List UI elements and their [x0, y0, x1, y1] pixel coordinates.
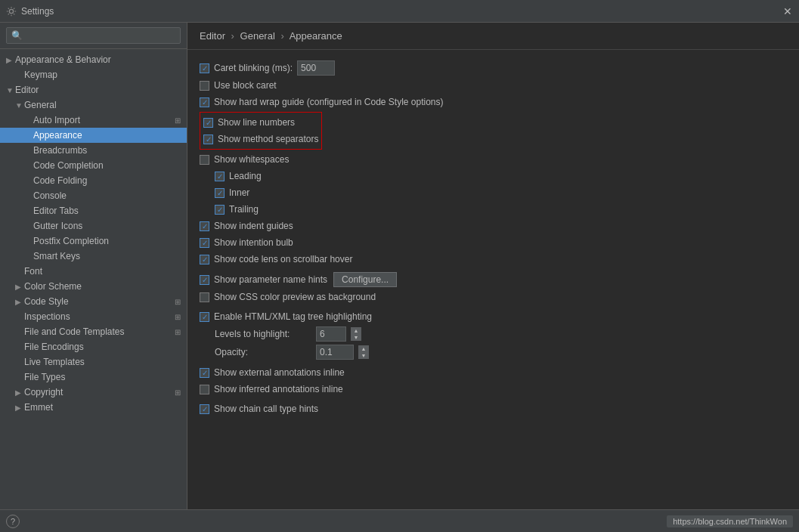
sidebar-item-general[interactable]: ▼ General — [0, 97, 187, 113]
show-hard-wrap-label[interactable]: Show hard wrap guide (configured in Code… — [200, 97, 444, 107]
caret-blinking-checkbox[interactable] — [200, 63, 209, 73]
sidebar-item-copyright[interactable]: ▶ Copyright⊞ — [0, 385, 187, 400]
show-css-color-label[interactable]: Show CSS color preview as background — [200, 292, 376, 302]
sidebar-label-code-style: Code Style — [24, 296, 172, 307]
show-css-color-checkbox[interactable] — [200, 292, 209, 302]
enable-html-xml-checkbox[interactable] — [200, 312, 209, 322]
show-line-numbers-checkbox[interactable] — [203, 118, 213, 128]
show-indent-guides-checkbox[interactable] — [200, 221, 209, 231]
sidebar-item-code-completion[interactable]: Code Completion — [0, 158, 187, 173]
sidebar-item-auto-import[interactable]: Auto Import⊞ — [0, 113, 187, 128]
levels-down-button[interactable]: ▼ — [351, 334, 361, 341]
sidebar-label-file-encodings: File Encodings — [24, 342, 181, 352]
opacity-spinner: ▲ ▼ — [358, 345, 369, 359]
breadcrumb-sep1: › — [231, 30, 234, 42]
show-hard-wrap-checkbox[interactable] — [200, 97, 209, 107]
help-button[interactable]: ? — [6, 515, 20, 528]
url-label: https://blog.csdn.net/ThinkWon — [667, 515, 793, 527]
inner-label[interactable]: Inner — [215, 187, 249, 198]
sidebar-label-font: Font — [24, 266, 181, 277]
show-chain-call-label[interactable]: Show chain call type hints — [200, 404, 318, 414]
opacity-label: Opacity: — [215, 347, 313, 357]
trailing-label[interactable]: Trailing — [215, 204, 259, 215]
sidebar-label-smart-keys: Smart Keys — [33, 251, 181, 261]
breadcrumb-general: General — [240, 30, 275, 42]
show-chain-call-checkbox[interactable] — [200, 404, 209, 414]
breadcrumb-sep2: › — [280, 30, 283, 42]
leading-label[interactable]: Leading — [215, 171, 262, 181]
sidebar-item-console[interactable]: Console — [0, 188, 187, 203]
opacity-down-button[interactable]: ▼ — [358, 352, 369, 359]
show-code-lens-row: Show code lens on scrollbar hover — [200, 251, 787, 268]
show-method-separators-checkbox[interactable] — [203, 135, 213, 144]
sidebar-item-code-folding[interactable]: Code Folding — [0, 173, 187, 188]
show-intention-bulb-checkbox[interactable] — [200, 238, 209, 248]
show-external-annotations-text: Show external annotations inline — [214, 367, 345, 378]
sidebar-item-smart-keys[interactable]: Smart Keys — [0, 249, 187, 264]
sidebar-item-appearance[interactable]: Appearance — [0, 128, 187, 143]
sidebar-item-emmet[interactable]: ▶ Emmet — [0, 400, 187, 415]
sidebar-item-breadcrumbs[interactable]: Breadcrumbs — [0, 143, 187, 158]
show-code-lens-label[interactable]: Show code lens on scrollbar hover — [200, 254, 352, 264]
sidebar-item-editor[interactable]: ▼ Editor — [0, 82, 187, 97]
sidebar-item-live-templates[interactable]: Live Templates — [0, 354, 187, 370]
caret-blinking-input[interactable] — [297, 60, 335, 76]
use-block-caret-label[interactable]: Use block caret — [200, 80, 277, 91]
trailing-checkbox[interactable] — [215, 205, 225, 215]
sidebar-item-postfix-completion[interactable]: Postfix Completion — [0, 234, 187, 249]
show-inferred-annotations-label[interactable]: Show inferred annotations inline — [200, 384, 343, 394]
breadcrumb-editor: Editor — [200, 30, 225, 42]
show-inferred-annotations-checkbox[interactable] — [200, 385, 209, 394]
sidebar-label-code-folding: Code Folding — [33, 175, 181, 186]
sidebar-item-font[interactable]: Font — [0, 264, 187, 279]
sidebar-item-code-style[interactable]: ▶ Code Style⊞ — [0, 294, 187, 309]
show-parameter-hints-checkbox[interactable] — [200, 275, 209, 285]
tree-arrow-color-scheme: ▶ — [15, 283, 24, 291]
sidebar-item-file-encodings[interactable]: File Encodings — [0, 339, 187, 354]
configure-button[interactable]: Configure... — [333, 272, 397, 287]
show-external-annotations-checkbox[interactable] — [200, 368, 209, 378]
svg-point-0 — [9, 9, 13, 13]
sidebar-item-color-scheme[interactable]: ▶ Color Scheme — [0, 279, 187, 294]
inner-checkbox[interactable] — [215, 188, 225, 198]
sidebar-item-file-types[interactable]: File Types — [0, 370, 187, 385]
leading-checkbox[interactable] — [215, 172, 225, 181]
levels-input[interactable] — [316, 326, 346, 342]
sidebar-copy-icon-file-code-templates: ⊞ — [175, 328, 181, 336]
show-whitespaces-label[interactable]: Show whitespaces — [200, 154, 289, 165]
sidebar-item-gutter-icons[interactable]: Gutter Icons — [0, 218, 187, 234]
sidebar-item-appearance-behavior[interactable]: ▶ Appearance & Behavior — [0, 52, 187, 67]
sidebar-label-live-templates: Live Templates — [24, 357, 181, 367]
sidebar-item-file-code-templates[interactable]: File and Code Templates⊞ — [0, 324, 187, 339]
show-method-separators-label[interactable]: Show method separators — [203, 134, 318, 144]
show-indent-guides-text: Show indent guides — [214, 221, 293, 231]
settings-icon — [6, 6, 17, 17]
show-line-numbers-text: Show line numbers — [218, 117, 295, 128]
enable-html-xml-label[interactable]: Enable HTML/XML tag tree highlighting — [200, 311, 372, 322]
show-line-numbers-label[interactable]: Show line numbers — [203, 117, 295, 128]
show-parameter-hints-label[interactable]: Show parameter name hints — [200, 274, 327, 285]
sidebar-item-inspections[interactable]: Inspections⊞ — [0, 309, 187, 324]
use-block-caret-checkbox[interactable] — [200, 81, 209, 91]
show-whitespaces-checkbox[interactable] — [200, 155, 209, 165]
levels-label: Levels to highlight: — [215, 329, 313, 339]
show-code-lens-checkbox[interactable] — [200, 255, 209, 264]
sidebar-item-keymap[interactable]: Keymap — [0, 67, 187, 82]
show-intention-bulb-label[interactable]: Show intention bulb — [200, 237, 293, 248]
breadcrumb-bar: Editor › General › Appearance — [187, 23, 799, 50]
show-inferred-annotations-text: Show inferred annotations inline — [214, 384, 343, 394]
search-input[interactable] — [6, 27, 181, 44]
bottom-bar: ? https://blog.csdn.net/ThinkWon — [0, 509, 799, 532]
levels-up-button[interactable]: ▲ — [351, 327, 361, 334]
show-chain-call-row: Show chain call type hints — [200, 401, 787, 417]
sidebar-item-editor-tabs[interactable]: Editor Tabs — [0, 203, 187, 218]
content-scroll: Caret blinking (ms): Use block caret Sho… — [187, 50, 799, 509]
opacity-up-button[interactable]: ▲ — [358, 345, 369, 352]
levels-row: Levels to highlight: 6 ▲ ▼ — [200, 325, 787, 343]
caret-blinking-checkbox-label[interactable]: Caret blinking (ms): — [200, 63, 293, 73]
opacity-input[interactable] — [316, 345, 354, 360]
inner-text: Inner — [229, 187, 249, 198]
show-external-annotations-label[interactable]: Show external annotations inline — [200, 367, 345, 378]
show-indent-guides-label[interactable]: Show indent guides — [200, 221, 293, 231]
close-button[interactable]: ✕ — [782, 6, 793, 17]
